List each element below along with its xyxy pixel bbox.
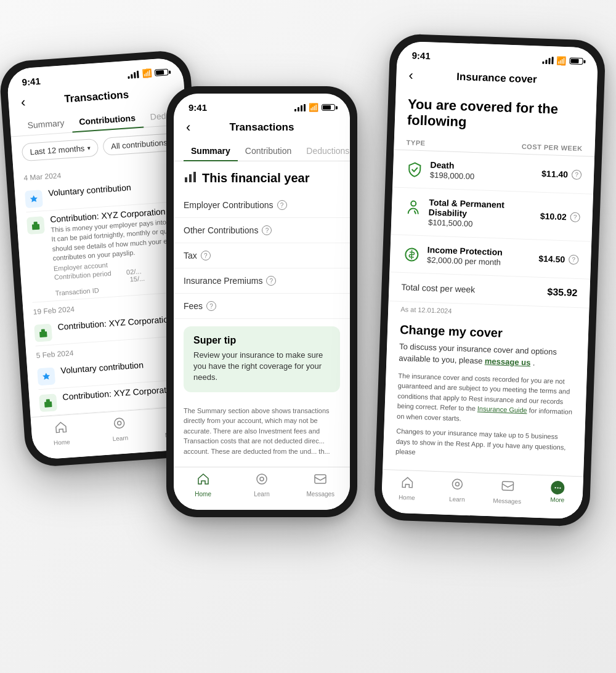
svg-rect-2: [39, 331, 47, 337]
tpd-cover-right: $10.02 ?: [540, 211, 580, 222]
learn-icon-1: [112, 416, 127, 433]
income-protection-amount: $2,000.00 per month: [427, 255, 503, 267]
super-tip-card: Super tip Review your insurance to make …: [184, 326, 340, 392]
more-dot-icon: ···: [551, 481, 565, 495]
phone-2: 9:41 📶 ‹ Transactions: [166, 86, 357, 517]
back-button-3[interactable]: ‹: [408, 67, 413, 83]
summary-row-insurance[interactable]: Insurance Premiums ?: [174, 268, 350, 294]
svg-point-19: [452, 479, 463, 490]
tpd-cover-item[interactable]: Total & Permanent Disability $101,500.00…: [391, 187, 593, 241]
summary-row-other[interactable]: Other Contributions ?: [174, 218, 350, 243]
date-filter-btn[interactable]: Last 12 months ▾: [22, 139, 99, 162]
nav-learn-2[interactable]: Learn: [232, 472, 291, 498]
wifi-icon-3: 📶: [556, 56, 567, 66]
back-button-1[interactable]: ‹: [20, 94, 26, 110]
nav-messages-label-3: Messages: [493, 497, 521, 505]
page-title-1: Transactions: [64, 89, 129, 105]
other-contributions-label: Other Contributions ?: [184, 225, 272, 235]
employer-icon-3: [39, 393, 57, 412]
nav-learn-label-3: Learn: [449, 496, 465, 503]
svg-point-9: [117, 421, 121, 425]
employer-info-icon[interactable]: ?: [277, 200, 287, 210]
insurance-main-title: You are covered for the following: [394, 88, 596, 141]
total-cost-label: Total cost per week: [401, 282, 475, 294]
tpd-info-icon[interactable]: ?: [570, 212, 580, 222]
type-filter-btn[interactable]: All contributions: [102, 133, 176, 156]
income-protection-item[interactable]: Income Protection $2,000.00 per month $1…: [389, 235, 591, 279]
svg-point-14: [257, 474, 267, 484]
income-info-icon[interactable]: ?: [569, 254, 579, 265]
nav-more-label-3: More: [550, 496, 564, 504]
tax-info-icon[interactable]: ?: [201, 251, 211, 260]
wifi-icon-1: 📶: [142, 68, 152, 78]
battery-icon-2: [322, 104, 335, 111]
home-icon-3: [400, 475, 415, 493]
death-cover-cost: $11.40: [541, 169, 568, 179]
other-info-icon[interactable]: ?: [262, 225, 272, 235]
svg-point-15: [260, 477, 264, 481]
summary-content-2: Employer Contributions ? Other Contribut…: [174, 193, 350, 467]
nav-home-1[interactable]: Home: [31, 419, 91, 448]
disclaimer-text-2: The Summary section above shows transact…: [174, 400, 350, 463]
nav-home-3[interactable]: Home: [381, 475, 432, 502]
summary-row-fees[interactable]: Fees ?: [174, 294, 350, 319]
transaction-item-employer-1[interactable]: Contribution: XYZ Corporation This is mo…: [26, 201, 188, 302]
signal-icon-3: [542, 56, 553, 64]
svg-rect-13: [193, 172, 196, 182]
signal-icon-1: [128, 70, 139, 78]
death-cover-left: Death $198,000.00: [405, 159, 475, 181]
nav-learn-3[interactable]: Learn: [432, 477, 483, 504]
death-cover-right: $11.40 ?: [541, 169, 582, 180]
svg-rect-0: [32, 224, 40, 230]
tax-label: Tax ?: [184, 251, 211, 260]
bottom-nav-2: Home Learn: [174, 467, 350, 510]
svg-rect-16: [315, 475, 326, 483]
bottom-nav-3: Home Learn: [381, 469, 583, 519]
financial-year-title: This financial year: [202, 171, 310, 185]
nav-more-3[interactable]: ··· More: [532, 480, 583, 507]
svg-rect-21: [502, 482, 513, 491]
nav-home-label-1: Home: [54, 438, 70, 446]
back-button-2[interactable]: ‹: [186, 119, 190, 135]
svg-rect-5: [46, 399, 50, 402]
chevron-down-icon: ▾: [87, 145, 91, 151]
messages-icon-3: [501, 479, 515, 496]
death-info-icon[interactable]: ?: [572, 169, 582, 180]
battery-icon-1: [155, 68, 169, 76]
status-icons-2: 📶: [294, 103, 335, 112]
voluntary-icon-1: [25, 190, 43, 208]
fees-info-icon[interactable]: ?: [206, 301, 216, 311]
svg-point-8: [114, 418, 124, 429]
nav-messages-3[interactable]: Messages: [482, 478, 533, 506]
bar-chart-icon: [184, 170, 197, 187]
message-us-link[interactable]: message us: [485, 357, 531, 368]
tpd-cover-left: Total & Permanent Disability $101,500.00: [403, 196, 541, 231]
nav-learn-label-2: Learn: [254, 491, 270, 498]
nav-home-2[interactable]: Home: [174, 472, 232, 498]
type-filter-label: All contributions: [111, 138, 168, 151]
death-cover-item[interactable]: Death $198,000.00 $11.40 ?: [392, 150, 594, 194]
tab-summary-1[interactable]: Summary: [19, 113, 72, 136]
summary-row-employer[interactable]: Employer Contributions ?: [174, 193, 350, 218]
income-protection-right: $14.50 ?: [538, 254, 578, 265]
nav-messages-2[interactable]: Messages: [291, 472, 350, 498]
tab-contributions-1[interactable]: Contributions: [71, 108, 144, 132]
battery-icon-3: [569, 57, 583, 65]
tab-summary-2[interactable]: Summary: [184, 141, 238, 161]
tpd-cover-info: Total & Permanent Disability $101,500.00: [428, 197, 541, 230]
employer-icon-1: [26, 216, 45, 235]
nav-messages-label-2: Messages: [307, 491, 335, 498]
insurance-guide-link[interactable]: Insurance Guide: [477, 405, 527, 414]
learn-icon-2: [255, 472, 269, 489]
insurance-info-icon[interactable]: ?: [266, 276, 276, 286]
person-icon-tpd: [404, 198, 423, 217]
total-cost-value: $35.92: [547, 286, 578, 299]
cost-header: COST PER WEEK: [522, 142, 583, 151]
nav-learn-1[interactable]: Learn: [89, 414, 150, 444]
status-icons-1: 📶: [128, 67, 169, 79]
tab-contribution-2[interactable]: Contribution: [238, 141, 299, 161]
tab-deductions-2[interactable]: Deductions: [299, 141, 350, 161]
super-tip-title: Super tip: [193, 335, 330, 346]
death-cover-amount: $198,000.00: [430, 170, 475, 181]
summary-row-tax[interactable]: Tax ?: [174, 243, 350, 268]
